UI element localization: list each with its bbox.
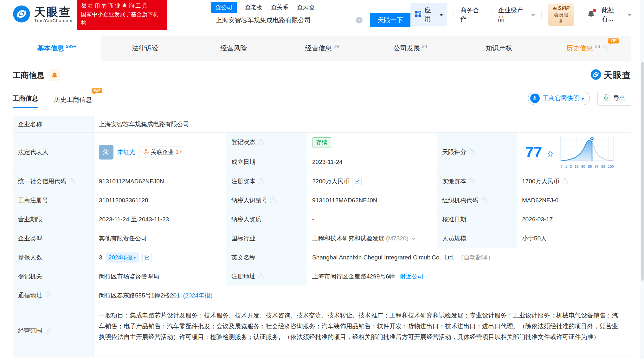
reg-status-value-cell: 存续 [307, 133, 437, 152]
notification-bell-icon[interactable] [587, 10, 595, 20]
arrow-right-icon: ▸ [134, 255, 136, 260]
tab-label: 历史信息 [566, 44, 593, 53]
official-snapshot-button[interactable]: 工商官网快照 ▸ [528, 92, 590, 105]
org-code-label-cell: 组织机构代码 ? [437, 191, 517, 210]
table-subrow: 成立日期 2023-11-24 [226, 152, 437, 172]
header: 天眼查 TianYanCha.com 都在用的商业查询工具 国家中小企业发展子基… [0, 0, 644, 29]
help-icon[interactable]: ? [258, 178, 264, 184]
help-icon[interactable]: ? [45, 328, 51, 334]
tab-label: 经营风险 [220, 44, 247, 53]
monitor-bell-button[interactable] [49, 69, 60, 81]
search-tab-risk[interactable]: 查风险 [296, 2, 315, 13]
tab-basic-info[interactable]: 基本信息 999+ [13, 36, 101, 61]
help-icon[interactable]: ? [469, 149, 475, 155]
divider [454, 11, 454, 18]
tab-label: 公司发展 [394, 44, 420, 53]
tab-company-development[interactable]: 公司发展 24 [366, 36, 454, 61]
table-row: 企业类型 其他有限责任公司 国标行业 工程和技术研究和试验发展 (M7320) … [13, 229, 631, 248]
nearby-companies-link[interactable]: 附近公司 [400, 272, 424, 281]
company-type-label: 企业类型 [13, 229, 94, 248]
tianyancha-logo[interactable]: 天眼查 TianYanCha.com [13, 5, 73, 24]
export-label: 导出 [613, 94, 625, 102]
tab-intellectual-property[interactable]: 知识产权 [454, 36, 543, 61]
account-label: 此处有... [602, 6, 625, 23]
english-name-cell: Shanghai Anzhixin Chegui Integrated Circ… [307, 248, 631, 267]
approval-date-label: 核准日期 [437, 210, 517, 229]
score-axis-labels: 0131550859799100 [560, 165, 614, 168]
nav-enterprise[interactable]: 企业级产品 [498, 6, 535, 23]
search-tab-boss[interactable]: 查老板 [244, 2, 263, 13]
search-button[interactable]: 天眼一下 [370, 13, 410, 27]
annual-report-badge[interactable]: 2024年报▸ [106, 252, 139, 263]
network-icon [143, 148, 149, 156]
search-tab-relation[interactable]: 查关系 [270, 2, 289, 13]
help-icon[interactable]: ? [69, 178, 75, 184]
excel-icon [603, 94, 610, 102]
company-name-value: 上海安智芯车规集成电路有限公司 [94, 116, 631, 133]
help-icon[interactable]: ? [45, 292, 51, 298]
member-service-label: 会员服务 [552, 12, 570, 24]
tab-count: 23 [595, 43, 600, 49]
help-icon[interactable]: ? [602, 45, 608, 51]
industry-cell: 工程和技术研究和试验发展 (M7320) [307, 229, 437, 248]
avatar[interactable]: 朱 [99, 145, 113, 160]
snapshot-label: 工商官网快照 [543, 94, 579, 102]
arrow-right-icon: ▸ [582, 96, 584, 101]
chevron-down-icon[interactable] [411, 235, 415, 242]
reg-capital-label-cell: 注册资本 ? [226, 172, 307, 191]
tab-label: 法律诉讼 [132, 44, 158, 53]
tab-operation-info[interactable]: 经营信息 29 [278, 36, 366, 61]
score-unit: 分 [547, 150, 553, 159]
business-scope-value: 一般项目：集成电路芯片设计及服务；技术服务、技术开发、技术咨询、技术交流、技术转… [94, 305, 631, 347]
insured-trend-icon[interactable] [142, 253, 152, 262]
export-button[interactable]: 导出 [597, 91, 631, 106]
search-tab-company[interactable]: 查公司 [211, 2, 237, 13]
help-icon[interactable]: ? [469, 178, 475, 184]
scrollbar-thumb[interactable] [641, 62, 644, 281]
help-icon[interactable]: ? [258, 139, 264, 145]
help-icon[interactable]: ? [481, 197, 487, 203]
taxpayer-quality-label: 纳税人资质 [226, 210, 307, 229]
table-row: 参保人数 3 2024年报▸ 英文名称 Shanghai Anzhixin Ch… [13, 248, 631, 267]
enterprise-label: 企业级产品 [498, 6, 529, 23]
insured-count-cell: 3 2024年报▸ [94, 248, 226, 267]
related-companies-badge[interactable]: 关联企业 17 [139, 147, 186, 158]
tab-history-info[interactable]: VIP 历史信息 23 ? [543, 36, 631, 61]
help-icon[interactable]: ? [562, 178, 568, 184]
reg-status-label-cell: 登记状态 ? [226, 133, 307, 152]
help-icon[interactable]: ? [258, 273, 264, 279]
org-code-value: MAD62NFJ-0 [517, 191, 631, 210]
help-icon[interactable]: ? [270, 197, 276, 203]
notification-dot [593, 9, 596, 12]
apps-menu[interactable]: 应用 [410, 3, 447, 26]
business-scope-cell: 一般项目：集成电路芯片设计及服务；技术服务、技术开发、技术咨询、技术交流、技术转… [94, 305, 631, 356]
score-cell: 77 分 [517, 133, 631, 172]
english-name-label: 英文名称 [226, 248, 307, 267]
search-input[interactable] [211, 13, 370, 27]
mail-address-cell: 闵行区春东路555号1幢2楼201 (2024年报) [94, 286, 631, 305]
company-type-value: 其他有限责任公司 [94, 229, 226, 248]
section-title: 工商信息 [13, 70, 44, 81]
insured-count-value: 3 [99, 254, 102, 261]
tab-operation-risk[interactable]: 经营风险 [190, 36, 278, 61]
legal-rep-name-link[interactable]: 朱红光 [117, 148, 135, 156]
scrollbar-track[interactable] [640, 0, 644, 359]
account-menu[interactable]: 此处有... [602, 6, 631, 23]
reg-capital-value: 2200万人民币 [312, 177, 350, 186]
table-row: 法定代表人 朱 朱红光 关联企业 17 登记状态 [13, 133, 631, 172]
tab-legal-lawsuits[interactable]: 法律诉讼 [101, 36, 190, 61]
annual-report-link[interactable]: (2024年报) [183, 291, 213, 300]
capital-trend-icon[interactable] [352, 177, 362, 186]
business-term-label: 营业期限 [13, 210, 94, 229]
tab-label: 知识产权 [486, 44, 512, 53]
tab-count: 999+ [66, 43, 77, 49]
reg-authority-value: 闵行区市场监督管理局 [94, 267, 226, 286]
auto-translate-note: （自动翻译） [458, 253, 494, 262]
subtab-business-info[interactable]: 工商信息 [13, 94, 38, 108]
svip-member-badge[interactable]: SVIP 会员服务 [548, 3, 574, 26]
subtab-history-business-info[interactable]: VIP 历史工商信息 [54, 95, 92, 108]
nav-cooperation[interactable]: 商务合作 [460, 6, 485, 23]
search-tabs: 查公司 查老板 查关系 查风险 [211, 2, 410, 13]
search-box: ✕ 天眼一下 [211, 13, 410, 27]
search-area: 查公司 查老板 查关系 查风险 ✕ 天眼一下 [211, 2, 410, 27]
